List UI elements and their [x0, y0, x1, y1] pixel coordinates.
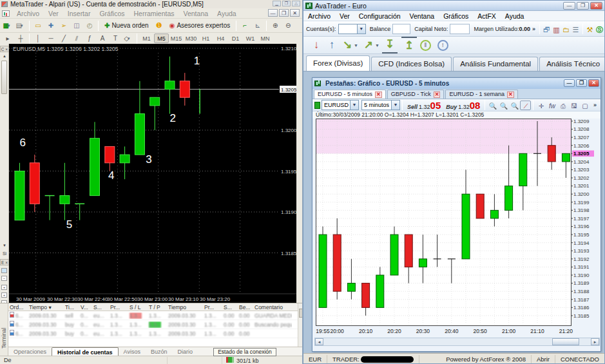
column-header[interactable]: Be...	[238, 304, 253, 311]
navigator-root-icon[interactable]	[1, 268, 7, 273]
close-icon[interactable]: ✕	[590, 2, 602, 10]
doctab-eurusd-5min[interactable]: EURUSD - 5 minutos✕	[314, 90, 386, 99]
chart-mode-icon[interactable]: ⟋	[520, 101, 531, 110]
period-select[interactable]: 5 minutos▼	[361, 100, 400, 110]
ava-titlebar[interactable]: AvaTrader - Euro — ❐ ✕	[303, 1, 604, 11]
column-header[interactable]: Ti...	[64, 304, 79, 311]
stop-upper-arrow-icon[interactable]: ↥	[401, 37, 417, 53]
ava-menu-ver[interactable]: Ver	[335, 12, 354, 20]
doctab-gbpusd-tick[interactable]: GBPUSD - Tick✕	[387, 90, 445, 99]
chart-toolbar-overflow[interactable]: »	[593, 102, 597, 108]
tree-collapse-icon[interactable]: −	[1, 276, 7, 281]
chevron-down-icon[interactable]: ▼	[357, 24, 365, 34]
new-window-icon[interactable]: ▢	[579, 101, 590, 110]
skype-icon[interactable]: Ⓢ	[595, 24, 604, 34]
chevron-down-icon[interactable]: ▼	[391, 101, 399, 110]
inner-minimize-icon[interactable]: —	[564, 79, 575, 87]
timeframe-d1[interactable]: D1	[228, 34, 243, 43]
timeframe-m5[interactable]: M5	[154, 34, 169, 43]
cursor-tool-icon[interactable]: ➢	[57, 20, 70, 32]
column-header[interactable]: T / P	[148, 304, 167, 311]
print-icon[interactable]: ⎙	[557, 101, 568, 110]
account-history-table[interactable]: Ord...Tiempo ▾Ti...V...S...Pr...S / LT /…	[8, 303, 298, 347]
timeframe-mn[interactable]: MN	[258, 34, 273, 43]
tree-expand-icon[interactable]: +	[1, 285, 7, 290]
chart-window-mode-icon[interactable]: ◫	[70, 20, 83, 32]
crosshair-icon[interactable]: ┼	[14, 33, 27, 44]
mdi-minimize-icon[interactable]: —	[268, 9, 278, 17]
tab-analisis-tecnico[interactable]: Análisis Técnico	[539, 57, 605, 71]
timeframe-m15[interactable]: M15	[169, 34, 184, 43]
terminal-scrollbar[interactable]	[298, 303, 303, 347]
mdi-close-icon[interactable]: ✕	[290, 9, 300, 17]
tab-diario[interactable]: Diario	[172, 347, 198, 356]
tab-historial-de-cuentas[interactable]: Historial de cuentas	[52, 347, 119, 356]
column-header[interactable]: S...	[222, 304, 238, 311]
cursor-icon[interactable]: ▸	[1, 33, 14, 44]
zoom-in-icon[interactable]: 🔍	[509, 101, 520, 110]
timeframe-m30[interactable]: M30	[184, 34, 198, 43]
mt-titlebar[interactable]: MetaTrader - Alpari (US) - Cuenta de dem…	[0, 0, 302, 8]
tab-buzon[interactable]: Buzón	[146, 347, 173, 356]
ava-menu-configuracion[interactable]: Configuración	[354, 12, 405, 20]
inner-titlebar[interactable]: Pestañas: Gráfico - EURUSD - 5 minutos —…	[312, 78, 600, 89]
info-circle-icon[interactable]: !	[437, 40, 448, 51]
scroll-down-icon[interactable]: ▼	[0, 244, 9, 247]
hscroll-thumb[interactable]	[552, 338, 579, 345]
close-tab-icon[interactable]: ✕	[434, 91, 441, 98]
ghost-close-icon[interactable]: △	[292, 1, 300, 6]
buy-limit-arrow-icon[interactable]: ↗	[361, 37, 376, 53]
crosshair-icon[interactable]: ✛	[535, 101, 546, 110]
tab-analisis-fundamental[interactable]: Análisis Fundamental	[453, 57, 538, 71]
panel-scrollbar-thumb[interactable]	[1, 61, 7, 94]
alert-icon[interactable]: ➊	[153, 20, 166, 32]
fibonacci-icon[interactable]: ƒ	[83, 33, 96, 44]
list-icon[interactable]: ☰	[571, 24, 581, 34]
mt-menu-herramientas[interactable]: Herramientas	[129, 10, 178, 17]
new-order-button[interactable]: ✚Nueva orden	[101, 20, 153, 32]
chart-hscrollbar[interactable]: ◂ ▸	[314, 338, 600, 346]
maximize-icon[interactable]: ❐	[577, 2, 589, 10]
sell-arrow-icon[interactable]: ↓	[309, 37, 324, 53]
pause-circle-icon[interactable]: ‖	[420, 40, 431, 51]
timeframe-h4[interactable]: H4	[213, 34, 228, 43]
tree-expand-icon[interactable]: +	[1, 292, 7, 298]
chevron-down-icon[interactable]: ▼	[354, 43, 358, 48]
label-tool-icon[interactable]: T	[109, 33, 122, 44]
expert-advisors-button[interactable]: ◉Asesores expertos	[166, 20, 235, 32]
mt-menu-graficos[interactable]: Gráficos	[95, 10, 129, 17]
chart-autoscroll-icon[interactable]: ✚	[44, 20, 57, 32]
accounts-select[interactable]: ▼	[338, 24, 366, 34]
scroll-left-icon[interactable]: ◂	[315, 338, 323, 345]
chevron-down-icon[interactable]: ▼	[350, 101, 358, 110]
tab-avisos[interactable]: Avisos	[119, 347, 146, 356]
scroll-up-icon[interactable]: ▲	[0, 54, 9, 58]
inner-close-icon[interactable]: ✕	[588, 79, 599, 87]
timeframe-w1[interactable]: W1	[243, 34, 258, 43]
mt-menu-insertar[interactable]: Insertar	[63, 10, 95, 17]
minimize-icon[interactable]: —	[563, 2, 575, 10]
ava-menu-archivo[interactable]: Archivo	[303, 12, 335, 20]
chart-icon[interactable]: ▥	[552, 24, 561, 34]
ava-menu-ayuda[interactable]: Ayuda	[501, 12, 529, 20]
trendline-icon[interactable]: ╱	[57, 33, 70, 44]
sell-quote-button[interactable]: Sell 1.32 05	[407, 100, 441, 111]
column-header[interactable]: S / L	[128, 304, 148, 311]
stop-lower-arrow-icon[interactable]: ↧	[382, 37, 398, 53]
column-header[interactable]: Pr...	[109, 304, 128, 311]
column-header[interactable]: Pr...	[203, 304, 222, 311]
ava-menu-ventana[interactable]: Ventana	[405, 12, 439, 20]
shapes-icon[interactable]: ◇▾	[122, 33, 135, 44]
new-chart-button[interactable]: ▦▾	[1, 20, 14, 32]
panel-header-symbols[interactable]: C ×	[0, 46, 9, 52]
pin-icon[interactable]: ⚒	[585, 24, 595, 34]
mt-menu-ver[interactable]: Ver	[44, 10, 63, 17]
buy-quote-button[interactable]: Buy 1.32 08	[446, 100, 480, 111]
column-header[interactable]: Tiempo	[167, 304, 203, 311]
mt-price-chart[interactable]: 1.32101.32051.32001.31951.31901.31851.32…	[9, 44, 296, 303]
status-open[interactable]: Abrir	[532, 355, 555, 363]
mt-menu-archivo[interactable]: Archivo	[12, 10, 44, 17]
toolbar-overflow-chevron[interactable]: »	[532, 26, 535, 32]
zoom-out-icon[interactable]: 🔍	[487, 101, 498, 110]
channel-icon[interactable]: ⫽	[70, 33, 83, 44]
